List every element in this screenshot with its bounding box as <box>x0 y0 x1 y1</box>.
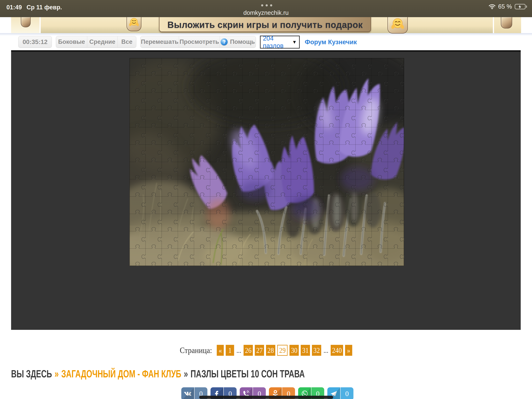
help-icon: ? <box>221 38 228 45</box>
page-button-current-29: 29 <box>277 345 288 356</box>
hugging-face-emoji <box>391 17 404 30</box>
page-prev-button[interactable]: « <box>217 345 224 356</box>
charging-bolt-icon <box>519 5 521 9</box>
vk-icon <box>184 389 192 398</box>
page-next-button[interactable]: » <box>345 345 352 356</box>
page-button-28[interactable]: 28 <box>266 345 275 356</box>
pagination-label: Страница: <box>180 346 212 355</box>
game-toolbar: 00:35:12 Боковые Средние Все Перемешать … <box>0 36 532 50</box>
timer-display: 00:35:12 <box>18 36 52 48</box>
pagination: Страница: « 1 ... 26 27 28 29 30 31 32 .… <box>27 344 506 357</box>
breadcrumb: ВЫ ЗДЕСЬ » ЗАГАДОЧНЫЙ ДОМ - ФАН КЛУБ » П… <box>11 368 305 380</box>
status-bar: 01:49 Ср 11 февр. domkyznechik.ru 65 % <box>0 0 532 17</box>
banner-ribbon-left <box>21 17 31 27</box>
safari-page: 01:49 Ср 11 февр. domkyznechik.ru 65 % <box>0 0 532 399</box>
breadcrumb-separator: » <box>55 368 59 380</box>
pagination-ellipsis: ... <box>236 346 241 354</box>
page-button-31[interactable]: 31 <box>301 345 310 356</box>
breadcrumb-club-link[interactable]: ЗАГАДОЧНЫЙ ДОМ - ФАН КЛУБ <box>61 368 181 380</box>
page-button-27[interactable]: 27 <box>255 345 264 356</box>
hugging-face-emoji <box>129 17 139 27</box>
home-indicator[interactable] <box>199 396 333 399</box>
forum-link[interactable]: Форум Кузнечик <box>305 38 357 46</box>
filter-all-pieces-button[interactable]: Все <box>117 36 136 48</box>
pagination-ellipsis: ... <box>323 346 328 354</box>
action-button-group: Перемешать Просмотреть ? Помощь <box>140 36 256 48</box>
filter-edge-pieces-button[interactable]: Боковые <box>56 36 87 48</box>
breadcrumb-separator: » <box>184 368 188 380</box>
page-button-1[interactable]: 1 <box>226 345 234 356</box>
puzzle-image[interactable] <box>129 58 404 266</box>
breadcrumb-current-page: ПАЗЛЫ ЦВЕТЫ 10 СОН ТРАВА <box>190 368 305 380</box>
wifi-icon <box>489 4 495 9</box>
page-button-32[interactable]: 32 <box>312 345 321 356</box>
help-button[interactable]: ? Помощь <box>220 36 256 48</box>
page-options-dots-icon[interactable] <box>261 4 272 6</box>
banner-ribbon-right <box>501 17 512 28</box>
puzzle-board[interactable] <box>11 50 521 330</box>
filter-middle-pieces-button[interactable]: Средние <box>87 36 117 48</box>
page-button-26[interactable]: 26 <box>244 345 253 356</box>
shuffle-button[interactable]: Перемешать <box>141 36 179 48</box>
piece-filter-group: Боковые Средние Все <box>56 36 136 48</box>
page-button-240[interactable]: 240 <box>331 345 343 356</box>
piece-count-select[interactable]: 204 пазлов ▼ <box>260 36 300 49</box>
dropdown-caret-icon: ▼ <box>292 39 297 45</box>
share-count: 0 <box>340 387 354 399</box>
preview-button[interactable]: Просмотреть <box>179 36 220 48</box>
battery-icon <box>515 4 526 9</box>
banner-emoji-tab-right <box>387 17 408 33</box>
banner-emoji-tab-left <box>127 17 141 31</box>
banner-title: Выложить скрин игры и получить подарок <box>167 19 363 30</box>
battery-percent: 65 % <box>498 3 512 10</box>
page-button-30[interactable]: 30 <box>290 345 299 356</box>
promo-banner[interactable]: Выложить скрин игры и получить подарок <box>11 17 521 33</box>
piece-count-value: 204 пазлов <box>263 35 292 50</box>
address-bar[interactable]: domkyznechik.ru <box>0 9 532 16</box>
breadcrumb-you-are-here: ВЫ ЗДЕСЬ <box>11 368 52 380</box>
